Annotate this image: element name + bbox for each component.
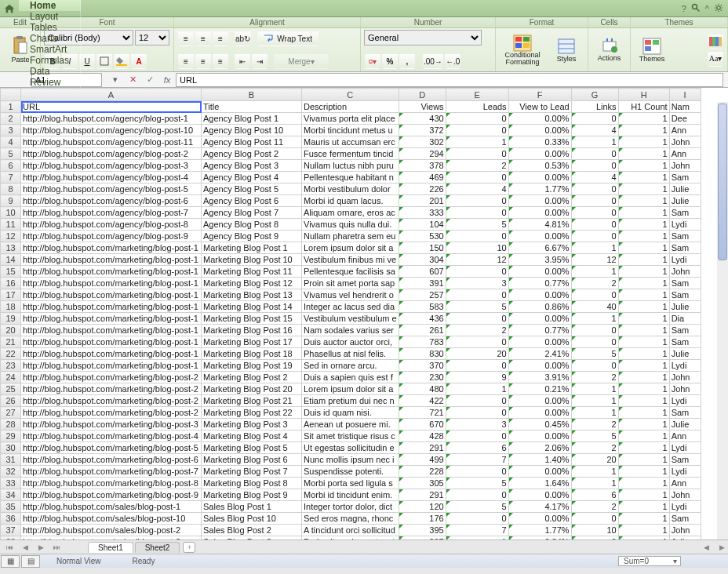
cell[interactable]: 305 (399, 478, 446, 489)
row-header[interactable]: 19 (1, 313, 21, 325)
cell[interactable]: Lydi (669, 219, 701, 231)
fill-color-button[interactable] (114, 53, 129, 69)
cell[interactable]: http://blog.hubspot.com/agency/blog-post… (21, 136, 202, 148)
cell[interactable]: 1 (618, 125, 669, 136)
cell[interactable]: Lydi (669, 395, 701, 407)
cell[interactable]: Sales Blog Post 10 (202, 513, 302, 525)
row-header[interactable]: 13 (1, 242, 21, 254)
cell[interactable]: Agency Blog Post 1 (202, 113, 302, 125)
cell[interactable]: 3 (446, 419, 508, 430)
cell[interactable]: 5 (571, 348, 618, 360)
cell[interactable]: 0 (446, 113, 508, 125)
cell[interactable]: Agency Blog Post 2 (202, 148, 302, 160)
cell[interactable]: 1 (618, 313, 669, 325)
cell[interactable]: 0 (446, 289, 508, 301)
cell[interactable]: 1 (618, 207, 669, 219)
row-header[interactable]: 16 (1, 278, 21, 289)
cell[interactable]: 1 (618, 336, 669, 348)
cell[interactable]: Marketing Blog Post 21 (202, 395, 302, 407)
cell[interactable]: Marketing Blog Post 7 (202, 466, 302, 478)
cell[interactable]: 0 (446, 266, 508, 278)
cell[interactable]: 201 (399, 195, 446, 207)
cell[interactable]: Sam (669, 454, 701, 466)
cell[interactable]: 2.41% (508, 348, 571, 360)
align-top-button[interactable]: ≡ (178, 31, 194, 46)
cell[interactable]: Agency Blog Post 3 (202, 160, 302, 172)
cell[interactable]: 0 (446, 148, 508, 160)
cell[interactable]: 530 (399, 231, 446, 242)
cell[interactable]: Marketing Blog Post 17 (202, 336, 302, 348)
cell[interactable]: http://blog.hubspot.com/marketing/blog-p… (21, 489, 202, 501)
cell[interactable]: http://blog.hubspot.com/agency/blog-post… (21, 148, 202, 160)
cell[interactable]: 0 (446, 313, 508, 325)
cell[interactable]: A tincidunt orci sollicitud (302, 525, 399, 536)
decrease-indent-button[interactable]: ⇤ (235, 53, 250, 69)
row-header[interactable]: 32 (1, 466, 21, 478)
cell[interactable]: Morbi tincidunt metus u (302, 125, 399, 136)
cell[interactable]: Lydi (669, 360, 701, 372)
align-center-button[interactable]: ≡ (195, 53, 211, 69)
cell[interactable]: Pellentesque habitant n (302, 172, 399, 183)
row-header[interactable]: 25 (1, 383, 21, 395)
cell[interactable]: Fusce fermentum tincid (302, 148, 399, 160)
ribbon-gear-icon[interactable] (714, 3, 723, 14)
cell[interactable]: 0.00% (508, 266, 571, 278)
first-sheet-button[interactable]: ⏮ (3, 542, 16, 553)
cell[interactable]: 1 (618, 419, 669, 430)
row-header[interactable]: 14 (1, 254, 21, 266)
cell[interactable]: http://blog.hubspot.com/sales/blog-post-… (21, 513, 202, 525)
row-header[interactable]: 30 (1, 442, 21, 454)
cell[interactable]: http://blog.hubspot.com/marketing/blog-p… (21, 336, 202, 348)
worksheet-grid[interactable]: ABCDEFGHI1URLTitleDescriptionViewsLeadsV… (0, 88, 728, 539)
cell[interactable]: http://blog.hubspot.com/marketing/blog-p… (21, 266, 202, 278)
cell[interactable]: 1 (618, 289, 669, 301)
cell[interactable]: John (669, 489, 701, 501)
cell[interactable]: Sam (669, 513, 701, 525)
cell[interactable]: http://blog.hubspot.com/agency/blog-post… (21, 113, 202, 125)
cell[interactable]: Agency Blog Post 10 (202, 125, 302, 136)
cell[interactable]: 5 (446, 501, 508, 513)
cell[interactable]: 428 (399, 430, 446, 442)
cell[interactable]: 1 (446, 136, 508, 148)
cell[interactable]: View to Lead (508, 101, 571, 113)
cell[interactable]: 4.81% (508, 219, 571, 231)
cell[interactable]: 5 (571, 430, 618, 442)
cell[interactable]: Dee (669, 113, 701, 125)
normal-view-button[interactable]: ▦ (1, 555, 20, 568)
cell[interactable]: http://blog.hubspot.com/marketing/blog-p… (21, 301, 202, 313)
cell[interactable]: 1 (618, 242, 669, 254)
cell[interactable]: 294 (399, 148, 446, 160)
styles-button[interactable]: Styles (548, 31, 584, 70)
cell[interactable]: 1 (618, 348, 669, 360)
cell[interactable]: Vestibulum vestibulum e (302, 313, 399, 325)
cell[interactable]: Pellentesque facilisis sa (302, 266, 399, 278)
cell[interactable]: 291 (399, 489, 446, 501)
cell[interactable]: 1 (571, 478, 618, 489)
cell[interactable]: Integer ac lacus sed dia (302, 301, 399, 313)
row-header[interactable]: 17 (1, 289, 21, 301)
cell[interactable]: Lydi (669, 442, 701, 454)
cell[interactable]: 9 (446, 372, 508, 383)
align-right-button[interactable]: ≡ (213, 53, 228, 69)
cell[interactable]: Aliquam ornare, eros ac (302, 207, 399, 219)
themes-gallery-button[interactable]: Themes (634, 31, 670, 70)
row-header[interactable]: 28 (1, 419, 21, 430)
cell[interactable]: John (669, 160, 701, 172)
cell[interactable]: 378 (399, 160, 446, 172)
cell[interactable]: 1.77% (508, 525, 571, 536)
cell[interactable]: 0.00% (508, 489, 571, 501)
ribbon-tab-charts[interactable]: Charts (19, 33, 81, 44)
cell[interactable]: 783 (399, 336, 446, 348)
cell[interactable]: Lydi (669, 466, 701, 478)
cell[interactable]: 5 (446, 219, 508, 231)
cell[interactable]: Agency Blog Post 9 (202, 231, 302, 242)
theme-colors-button[interactable] (708, 34, 723, 49)
cell[interactable]: 0.00% (508, 172, 571, 183)
cell[interactable]: 0.45% (508, 419, 571, 430)
row-header[interactable]: 4 (1, 136, 21, 148)
cell[interactable]: Nam sodales varius ser (302, 325, 399, 336)
cell[interactable]: http://blog.hubspot.com/marketing/blog-p… (21, 372, 202, 383)
cell[interactable]: Agency Blog Post 7 (202, 207, 302, 219)
row-header[interactable]: 27 (1, 407, 21, 419)
cell[interactable]: Nam (669, 101, 701, 113)
